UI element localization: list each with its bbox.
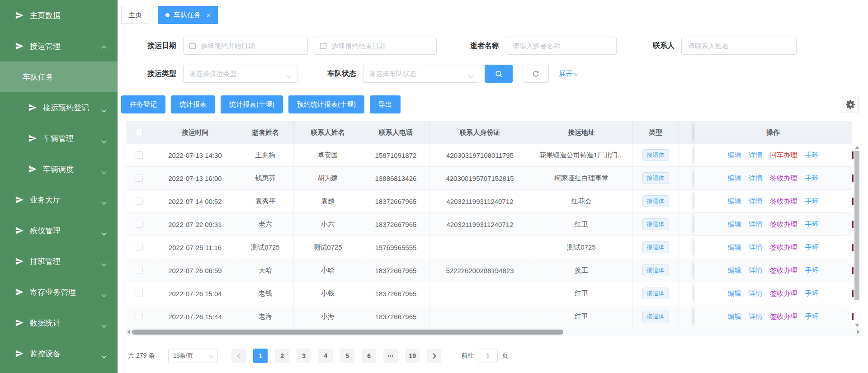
scroll-down-arrow-icon[interactable] xyxy=(855,324,859,327)
booking-stats-report-shiyan-button[interactable]: 预约统计报表(十堰) xyxy=(288,95,364,113)
scroll-right-arrow-icon[interactable] xyxy=(857,330,860,334)
process-link[interactable]: 签收办理 xyxy=(770,174,797,183)
wristband-link[interactable]: 手环 xyxy=(805,151,819,160)
wristband-link[interactable]: 手环 xyxy=(805,243,819,252)
sidebar-item[interactable]: 接运预约登记 xyxy=(0,92,118,123)
cell-pickup-time: 2022-07-22 09:31 xyxy=(153,213,237,236)
tab-home[interactable]: 主页 xyxy=(121,6,149,24)
scroll-left-arrow-icon[interactable] xyxy=(127,330,130,334)
wristband-link[interactable]: 手环 xyxy=(805,174,819,183)
details-link[interactable]: 详情 xyxy=(749,197,763,206)
sidebar-item[interactable]: 数据统计 xyxy=(0,307,118,338)
wristband-link[interactable]: 手环 xyxy=(805,289,819,298)
scroll-up-arrow-icon[interactable] xyxy=(855,146,859,149)
cell-pickup-address: 红卫 xyxy=(530,213,633,236)
row-checkbox[interactable] xyxy=(136,198,143,205)
expand-link[interactable]: 展开 xyxy=(559,70,578,78)
row-checkbox[interactable] xyxy=(136,221,143,228)
search-button[interactable] xyxy=(485,65,513,83)
deceased-name-field[interactable] xyxy=(506,37,617,55)
sidebar-item[interactable]: 车辆管理 xyxy=(0,123,118,154)
date-end-field[interactable] xyxy=(314,37,437,55)
details-link[interactable]: 详情 xyxy=(749,266,763,275)
task-register-button[interactable]: 任务登记 xyxy=(121,95,165,113)
vertical-scrollbar[interactable] xyxy=(854,144,861,328)
page-button-2[interactable]: 2 xyxy=(275,349,289,363)
contact-field[interactable] xyxy=(681,37,797,55)
sidebar-item[interactable]: 寄存业务管理 xyxy=(0,277,118,307)
process-link[interactable]: 签收办理 xyxy=(770,220,797,229)
stats-report-shiyan-button[interactable]: 统计报表(十堰) xyxy=(221,95,283,113)
goto-page-input[interactable] xyxy=(478,349,498,363)
process-link[interactable]: 回车办理 xyxy=(770,151,797,160)
edit-link[interactable]: 编辑 xyxy=(728,220,741,229)
edit-link[interactable]: 编辑 xyxy=(728,243,741,252)
select-all-checkbox[interactable] xyxy=(136,129,143,136)
edit-link[interactable]: 编辑 xyxy=(728,312,741,321)
page-button-3[interactable]: 3 xyxy=(297,349,311,363)
details-link[interactable]: 详情 xyxy=(749,289,763,298)
row-checkbox[interactable] xyxy=(136,175,143,182)
row-checkbox[interactable] xyxy=(136,313,143,320)
tab-fleet-task[interactable]: 车队任务 × xyxy=(158,6,218,24)
page-size-value: 15条/页 xyxy=(173,352,193,360)
sidebar-item[interactable]: 排班管理 xyxy=(0,246,118,277)
page-button-6[interactable]: 6 xyxy=(362,349,376,363)
edit-link[interactable]: 编辑 xyxy=(728,151,741,160)
wristband-link[interactable]: 手环 xyxy=(805,312,819,321)
process-link[interactable]: 签收办理 xyxy=(770,197,797,206)
stats-report-button[interactable]: 统计报表 xyxy=(171,95,215,113)
sidebar-item[interactable]: 监控设备 xyxy=(0,338,118,369)
fleet-status-select[interactable]: 请选择车队状态 xyxy=(363,65,479,83)
page-button-4[interactable]: 4 xyxy=(318,349,333,363)
page-button-•••[interactable]: ••• xyxy=(383,349,398,363)
refresh-button[interactable] xyxy=(523,65,549,83)
process-link[interactable]: 签收办理 xyxy=(770,243,797,252)
pickup-type-select[interactable]: 请选择接运类型 xyxy=(183,65,297,83)
date-start-field[interactable] xyxy=(183,37,308,55)
export-button[interactable]: 导出 xyxy=(370,95,401,113)
cell-contact-id xyxy=(430,282,530,305)
close-icon[interactable]: × xyxy=(207,12,211,19)
process-link[interactable]: 签收办理 xyxy=(770,312,797,321)
details-link[interactable]: 详情 xyxy=(749,174,763,183)
details-link[interactable]: 详情 xyxy=(749,312,763,321)
date-end-input[interactable] xyxy=(330,42,431,50)
sidebar-item[interactable]: 车队任务 xyxy=(0,61,118,92)
sidebar-item[interactable]: 主页数据 xyxy=(0,0,118,31)
process-link[interactable]: 签收办理 xyxy=(770,266,797,275)
details-link[interactable]: 详情 xyxy=(749,243,763,252)
page-button-19[interactable]: 19 xyxy=(405,349,420,363)
sidebar-item[interactable]: 殡仪管理 xyxy=(0,215,118,246)
wristband-link[interactable]: 手环 xyxy=(805,197,819,206)
row-checkbox[interactable] xyxy=(136,267,143,274)
sidebar-item[interactable]: 业务大厅 xyxy=(0,184,118,215)
page-button-1[interactable]: 1 xyxy=(253,349,268,363)
contact-input[interactable] xyxy=(687,42,791,50)
horizontal-scrollbar-thumb[interactable] xyxy=(132,330,563,335)
details-link[interactable]: 详情 xyxy=(749,220,763,229)
deceased-name-input[interactable] xyxy=(512,42,611,50)
details-link[interactable]: 详情 xyxy=(749,151,763,160)
row-checkbox[interactable] xyxy=(136,290,143,297)
process-link[interactable]: 签收办理 xyxy=(770,289,797,298)
page-size-select[interactable]: 15条/页 xyxy=(168,349,218,363)
edit-link[interactable]: 编辑 xyxy=(728,266,741,275)
date-start-input[interactable] xyxy=(200,42,302,50)
prev-page-button[interactable] xyxy=(231,349,246,363)
row-checkbox[interactable] xyxy=(136,151,143,159)
vertical-scrollbar-thumb[interactable] xyxy=(854,151,859,300)
column-settings-button[interactable] xyxy=(842,96,859,113)
wristband-link[interactable]: 手环 xyxy=(805,266,819,275)
edit-link[interactable]: 编辑 xyxy=(728,289,741,298)
horizontal-scrollbar[interactable] xyxy=(126,328,861,336)
sidebar-item[interactable]: 车辆调度 xyxy=(0,154,118,184)
edit-link[interactable]: 编辑 xyxy=(728,197,741,206)
edit-link[interactable]: 编辑 xyxy=(728,174,741,183)
wristband-link[interactable]: 手环 xyxy=(805,220,819,229)
row-checkbox[interactable] xyxy=(136,244,143,251)
sidebar-item[interactable]: 接运管理 xyxy=(0,31,118,61)
next-page-button[interactable] xyxy=(427,349,441,363)
page-button-5[interactable]: 5 xyxy=(340,349,354,363)
cell-contact-name: 袁越 xyxy=(294,190,362,212)
